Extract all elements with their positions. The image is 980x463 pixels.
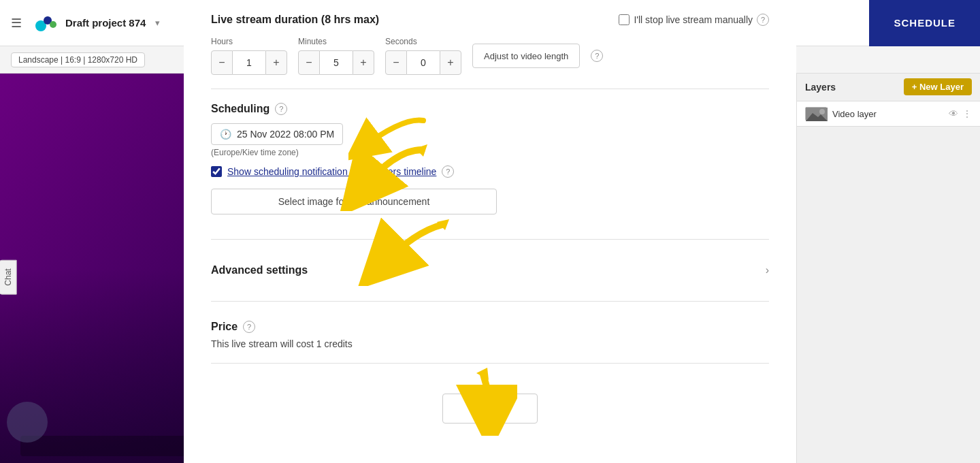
project-dropdown-icon[interactable]: ▾	[155, 18, 160, 28]
timezone-text: (Europe/Kiev time zone)	[211, 148, 769, 157]
minutes-group: Minutes − +	[298, 37, 374, 75]
hours-input[interactable]	[233, 50, 265, 75]
resolution-badge: Landscape | 16:9 | 1280x720 HD	[11, 52, 145, 67]
layers-bar: Layers + New Layer	[797, 73, 980, 101]
notification-label: Show scheduling notification on follower…	[227, 166, 436, 177]
minutes-label: Minutes	[298, 37, 374, 46]
divider-1	[211, 89, 769, 89]
stop-manually-help-icon[interactable]: ?	[757, 14, 769, 26]
price-help-icon[interactable]: ?	[243, 321, 255, 333]
hamburger-menu-icon[interactable]: ☰	[11, 16, 22, 31]
scheduling-title: Scheduling	[211, 103, 270, 115]
datetime-value: 25 Nov 2022 08:00 PM	[237, 129, 334, 140]
layers-label: Layers	[805, 82, 836, 93]
seconds-group: Seconds − +	[385, 37, 461, 75]
seconds-label: Seconds	[385, 37, 461, 46]
chat-tab[interactable]: Chat	[0, 259, 17, 294]
minutes-spinner: − +	[298, 50, 374, 75]
scheduling-help-icon[interactable]: ?	[275, 103, 287, 115]
clock-icon: 🕐	[220, 129, 231, 140]
hours-label: Hours	[211, 37, 287, 46]
price-title: Price	[211, 321, 238, 333]
notification-checkbox[interactable]	[211, 166, 222, 177]
seconds-increment-button[interactable]: +	[440, 50, 461, 75]
minutes-decrement-button[interactable]: −	[298, 50, 320, 75]
hours-decrement-button[interactable]: −	[211, 50, 233, 75]
divider-2	[211, 239, 769, 240]
layer-visibility-icon[interactable]: 👁	[949, 108, 958, 119]
new-layer-button[interactable]: + New Layer	[904, 78, 972, 95]
adjust-to-video-button[interactable]: Adjust to video length	[472, 44, 580, 68]
minutes-increment-button[interactable]: +	[353, 50, 374, 75]
logo-icon	[34, 11, 59, 35]
adjust-help-icon[interactable]: ?	[591, 50, 603, 62]
seconds-spinner: − +	[385, 50, 461, 75]
scheduling-section: Scheduling ? 🕐 25 Nov 2022 08:00 PM	[211, 103, 769, 225]
stop-manually-label: I'll stop live stream manually	[634, 14, 753, 25]
price-cost-text: This live stream will cost 1 credits	[211, 338, 769, 349]
datetime-row: 🕐 25 Nov 2022 08:00 PM	[211, 123, 769, 145]
hours-spinner: − +	[211, 50, 287, 75]
layer-item: Video layer 👁 ⋮	[797, 101, 980, 127]
divider-3	[211, 301, 769, 302]
advanced-title: Advanced settings	[211, 264, 308, 276]
advanced-chevron-icon: ›	[766, 264, 769, 276]
duration-section: Live stream duration (8 hrs max) I'll st…	[211, 0, 769, 75]
stop-manually-checkbox[interactable]	[619, 14, 630, 25]
hours-group: Hours − +	[211, 37, 287, 75]
svg-point-5	[819, 109, 825, 114]
seconds-decrement-button[interactable]: −	[385, 50, 407, 75]
notification-help-icon[interactable]: ?	[442, 165, 454, 178]
layer-thumbnail	[805, 107, 827, 121]
schedule-button[interactable]: SCHEDULE	[869, 0, 980, 46]
advanced-settings-row[interactable]: Advanced settings ›	[211, 253, 769, 287]
notification-row: Show scheduling notification on follower…	[211, 165, 769, 178]
save-area: Save	[211, 377, 769, 440]
time-inputs-row: Hours − + Minutes − +	[211, 37, 769, 75]
save-button[interactable]: Save	[442, 394, 538, 424]
project-name: Draft project 874	[65, 17, 146, 29]
modal-overlay: Live stream duration (8 hrs max) I'll st…	[184, 0, 796, 463]
svg-point-2	[50, 21, 56, 28]
stop-manually-row: I'll stop live stream manually ?	[619, 14, 769, 26]
layer-more-icon[interactable]: ⋮	[962, 108, 972, 119]
announcement-button[interactable]: Select image for live announcement	[211, 189, 497, 214]
right-panel: AutoSync ? Layers + New Layer Video laye…	[796, 46, 980, 463]
layer-name: Video layer	[832, 109, 943, 119]
duration-title: Live stream duration (8 hrs max)	[211, 14, 379, 26]
minutes-input[interactable]	[320, 50, 353, 75]
divider-4	[211, 363, 769, 364]
datetime-picker[interactable]: 🕐 25 Nov 2022 08:00 PM	[211, 123, 343, 145]
seconds-input[interactable]	[407, 50, 440, 75]
price-section: Price ? This live stream will cost 1 cre…	[211, 315, 769, 349]
hours-increment-button[interactable]: +	[265, 50, 287, 75]
